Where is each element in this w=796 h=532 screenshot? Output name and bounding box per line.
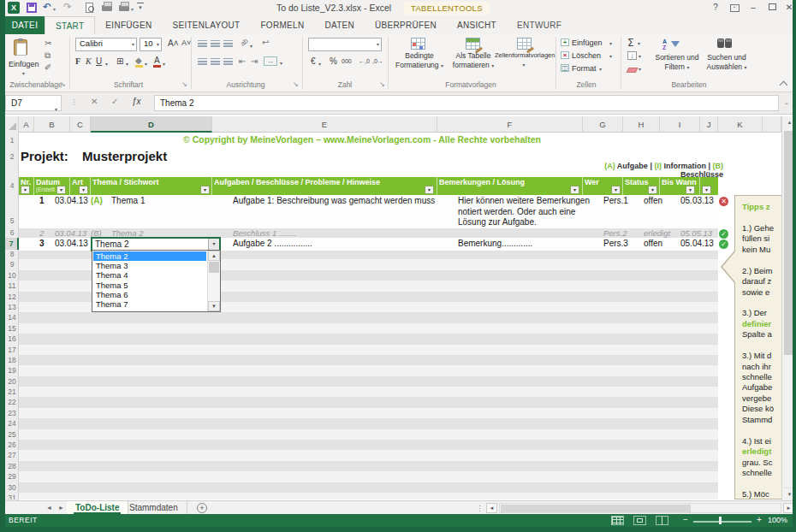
filter-button-icon-col[interactable]: ▾ [702, 186, 711, 194]
column-header[interactable]: J [700, 116, 718, 133]
filter-button-aufgaben[interactable]: ▾ [425, 186, 434, 194]
column-header[interactable]: H [623, 116, 660, 133]
orientation-icon[interactable]: ab [239, 37, 250, 48]
empty-row[interactable]: 23 [19, 408, 718, 418]
enter-icon[interactable]: ✓ [111, 97, 118, 106]
zoom-slider-thumb[interactable] [719, 517, 722, 524]
zoom-out-icon[interactable]: − [683, 515, 688, 524]
cell-styles-icon[interactable] [517, 38, 532, 50]
dropdown-option[interactable]: Thema 3 [93, 261, 206, 270]
tab-seitenlayout[interactable]: SEITENLAYOUT [162, 16, 250, 34]
sort-filter-button[interactable]: Sortieren undFiltern ▾ [647, 53, 707, 72]
row-header[interactable]: 16 [5, 334, 19, 344]
fx-icon[interactable]: ƒx [132, 97, 141, 106]
conditional-formatting-icon[interactable] [411, 38, 425, 50]
row-header[interactable]: 17 [5, 345, 19, 355]
format-painter-icon[interactable]: ✐ [45, 62, 51, 72]
row-header[interactable]: 13 [5, 302, 19, 312]
empty-row[interactable]: 27 [19, 450, 718, 460]
zoom-level[interactable]: 100% [768, 516, 787, 524]
fill-color-dropdown-icon[interactable]: ▾ [145, 61, 147, 67]
maximize-icon[interactable] [765, 2, 779, 14]
sheet-nav-left-icon[interactable]: ◄ [46, 505, 52, 511]
decrease-indent-icon[interactable]: ⇤ [239, 56, 246, 66]
delete-dropdown-icon[interactable]: ▾ [609, 53, 612, 59]
row-header[interactable]: 27 [5, 450, 19, 460]
accounting-format-icon[interactable]: € [311, 56, 316, 66]
clear-dropdown-icon[interactable]: ▾ [639, 66, 641, 72]
column-header[interactable]: K [718, 116, 763, 133]
page-layout-view-icon[interactable] [633, 516, 646, 525]
sheet-nav-right-icon[interactable]: ► [58, 505, 64, 511]
tab-ueberpruefen[interactable]: ÜBERPRÜFEN [365, 16, 447, 34]
orientation-dropdown-icon[interactable]: ▾ [250, 43, 252, 49]
format-as-table-button[interactable]: Als Tabelleformatieren ▾ [448, 51, 498, 70]
formula-bar-expand-icon[interactable]: ⌄ [784, 99, 789, 106]
paste-icon[interactable] [14, 39, 27, 56]
sort-filter-icon[interactable]: AZ [662, 38, 667, 50]
font-dialog-launcher-icon[interactable]: ↘ [181, 80, 187, 88]
copy-icon[interactable]: ⧉ [45, 50, 50, 61]
empty-row[interactable]: 22 [19, 397, 718, 407]
align-right-icon[interactable] [223, 58, 233, 65]
empty-row[interactable]: 26 [19, 440, 718, 450]
wrap-text-icon[interactable]: ↩ [262, 38, 269, 47]
row-header-4[interactable]: 4 [5, 181, 19, 190]
column-header[interactable] [763, 116, 781, 133]
filter-button-status[interactable]: ▾ [648, 186, 657, 194]
scroll-down-icon[interactable]: ▼ [208, 301, 220, 311]
row-header-5[interactable]: 5 [5, 216, 19, 225]
filter-button-nr[interactable]: ▾ [21, 186, 30, 194]
dropdown-option[interactable]: Thema 2 [93, 251, 206, 261]
insert-dropdown-icon[interactable]: ▾ [609, 40, 612, 46]
column-header[interactable]: I [660, 116, 700, 133]
tab-daten[interactable]: DATEN [314, 16, 365, 34]
font-color-dropdown-icon[interactable]: ▾ [163, 61, 165, 67]
filter-button-art[interactable]: ▾ [79, 186, 88, 194]
dropdown-option[interactable]: Thema 4 [93, 270, 206, 280]
ribbon-options-icon[interactable]: ⌃ [728, 2, 741, 14]
align-left-icon[interactable] [198, 58, 207, 65]
row-header[interactable]: 14 [5, 312, 19, 322]
column-header[interactable]: C [70, 116, 91, 133]
align-middle-icon[interactable] [211, 40, 220, 47]
font-color-icon[interactable]: A [154, 56, 160, 65]
empty-row[interactable]: 24 [19, 418, 718, 429]
format-as-table-icon[interactable] [466, 38, 480, 50]
grow-font-icon[interactable]: A˄ [168, 38, 179, 48]
row-header-6[interactable]: 6 [5, 228, 19, 238]
dropdown-scroll-thumb[interactable] [209, 262, 219, 273]
format-dropdown-icon[interactable]: ▾ [599, 66, 602, 72]
empty-row[interactable]: 28 [19, 461, 718, 471]
tab-scrollbar-splitter[interactable]: ⋮ [476, 504, 484, 512]
font-size-select[interactable]: 10▾ [140, 38, 162, 51]
filter-button-wer[interactable]: ▾ [611, 186, 621, 194]
empty-row[interactable]: 15 [19, 323, 718, 334]
find-select-button[interactable]: Suchen undAuswählen ▾ [700, 53, 753, 72]
quick-print-dropdown-icon[interactable]: ▾ [131, 6, 134, 12]
row-header[interactable]: 24 [5, 418, 19, 429]
format-cells-button[interactable]: Format [572, 64, 597, 73]
row-header[interactable]: 20 [5, 376, 19, 387]
font-family-select[interactable]: Calibri▾ [75, 38, 137, 51]
filter-button-bemerkungen[interactable]: ▾ [570, 186, 579, 194]
accounting-dropdown-icon[interactable]: ▾ [318, 61, 321, 67]
row-header[interactable]: 30 [5, 482, 19, 493]
increase-decimal-icon[interactable]: ←,0 [359, 58, 370, 64]
merge-dropdown-icon[interactable]: ▾ [280, 60, 282, 66]
column-header[interactable]: G [583, 116, 623, 133]
save-icon[interactable] [27, 3, 37, 13]
row-header[interactable]: 23 [5, 408, 19, 418]
clipboard-dialog-launcher-icon[interactable]: ↘ [60, 80, 66, 88]
autosum-dropdown-icon[interactable]: ▾ [638, 40, 640, 46]
empty-row[interactable]: 30 [19, 482, 718, 493]
cell-styles-button[interactable]: Zellenformatvorlagen▾ [495, 51, 553, 69]
row-header[interactable]: 22 [5, 397, 19, 407]
number-dialog-launcher-icon[interactable]: ↘ [379, 80, 385, 88]
dropdown-option[interactable]: Thema 6 [93, 290, 206, 299]
row-header[interactable]: 31 [5, 493, 19, 499]
conditional-formatting-button[interactable]: BedingteFormatierung ▾ [392, 51, 447, 70]
fill-icon[interactable]: ↓ [627, 51, 637, 60]
row-header[interactable]: 12 [5, 292, 19, 302]
insert-cells-button[interactable]: Einfügen [572, 38, 603, 47]
